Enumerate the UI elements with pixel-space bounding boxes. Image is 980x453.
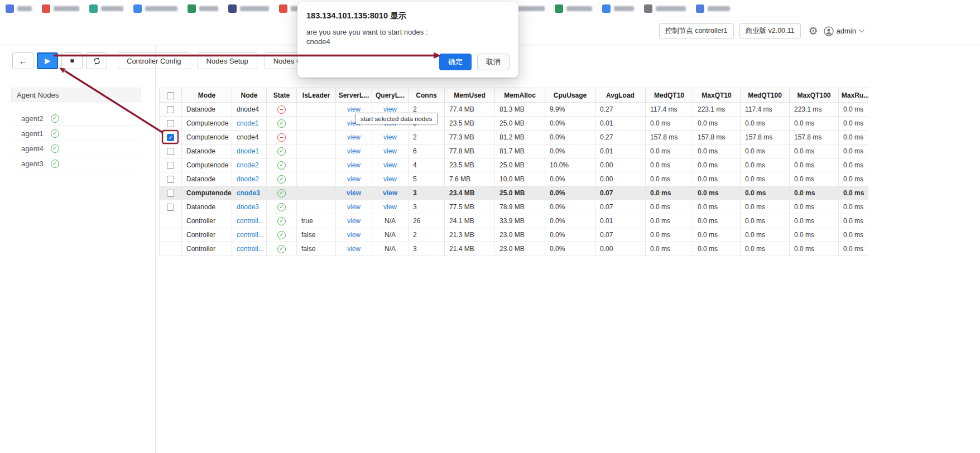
table-row[interactable]: Datanodednode4–viewview277.4 MB81.3 MB9.… (160, 103, 869, 117)
bookmark-item[interactable] (644, 4, 686, 13)
server-log-link[interactable]: view (347, 217, 361, 225)
cell-maxQT10: 0.0 ms (693, 158, 741, 172)
tab-controller-config[interactable]: Controller Config (118, 52, 190, 69)
bookmark-item[interactable] (6, 4, 32, 13)
start-nodes-button[interactable]: ▶ (37, 52, 58, 69)
node-name[interactable]: controll... (237, 217, 264, 225)
row-checkbox[interactable] (167, 204, 174, 211)
node-name[interactable]: cnode2 (237, 161, 258, 169)
query-log-link[interactable]: view (383, 161, 397, 169)
agent-item[interactable]: agent4✓ (11, 141, 141, 156)
node-name[interactable]: cnode3 (237, 189, 260, 197)
bookmark-item[interactable] (133, 4, 177, 13)
state-running-icon: ✓ (277, 217, 286, 225)
node-name[interactable]: dnode2 (237, 175, 259, 183)
table-row[interactable]: Computenodecnode3✓viewview323.4 MB25.0 M… (160, 186, 869, 200)
cell-memUsed: 77.8 MB (445, 144, 495, 158)
cell-state: – (267, 103, 297, 117)
table-row[interactable]: ✓Computenodecnode4–viewview277.3 MB81.2 … (160, 131, 869, 144)
cell-node: controll... (232, 228, 267, 242)
server-log-link[interactable]: view (347, 245, 361, 253)
agent-item[interactable]: agent3✓ (11, 156, 141, 171)
server-log-link[interactable]: view (347, 231, 361, 239)
node-name[interactable]: dnode1 (237, 147, 259, 155)
server-log-link[interactable]: view (347, 161, 361, 169)
bookmark-title-blurred (517, 6, 545, 11)
row-checkbox[interactable] (167, 148, 174, 155)
row-checkbox[interactable] (167, 120, 174, 127)
server-log-link[interactable]: view (347, 133, 361, 141)
agent-item[interactable]: agent1✓ (11, 126, 141, 141)
cell-state: ✓ (267, 228, 297, 242)
cancel-button[interactable]: 取消 (477, 54, 510, 70)
node-name[interactable]: cnode1 (237, 119, 258, 127)
settings-gear-icon[interactable]: ⚙ (809, 25, 818, 37)
col-header-medQT10: MedQT10 (646, 88, 693, 103)
table-row[interactable]: Controllercontroll...✓trueviewN/A2624.1 … (160, 214, 869, 228)
row-checkbox[interactable] (167, 162, 174, 169)
cell-medQT100: 0.0 ms (741, 228, 790, 242)
dialog-message-line2: cnode4 (306, 37, 510, 46)
cell-cpuUsage: 0.0% (545, 200, 595, 214)
query-log-link[interactable]: view (383, 203, 397, 211)
row-checkbox[interactable] (167, 176, 174, 183)
row-checkbox[interactable] (167, 106, 174, 113)
cell-maxQT10: 0.0 ms (693, 117, 741, 131)
table-row[interactable]: Datanodednode1✓viewview677.8 MB81.7 MB0.… (160, 144, 869, 158)
select-all-checkbox[interactable] (167, 92, 174, 99)
cell-serverLog: view (336, 200, 372, 214)
refresh-button[interactable] (86, 52, 107, 69)
query-log-link[interactable]: view (383, 133, 397, 141)
bookmark-item[interactable] (89, 4, 123, 13)
cell-select (160, 200, 182, 214)
server-log-link[interactable]: view (347, 147, 361, 155)
table-row[interactable]: Datanodednode2✓viewview57.6 MB10.0 MB0.0… (160, 172, 869, 186)
node-name[interactable]: dnode3 (237, 203, 259, 211)
controller-node-badge[interactable]: 控制节点 controller1 (659, 23, 734, 38)
query-log-link[interactable]: view (383, 105, 397, 113)
tab-nodes-setup[interactable]: Nodes Setup (198, 52, 257, 69)
server-log-link[interactable]: view (347, 189, 361, 197)
cell-queryLog: view (372, 200, 409, 214)
tooltip: start selected data nodes (356, 113, 438, 124)
state-stopped-icon: – (277, 105, 286, 114)
cell-isLeader: false (297, 242, 336, 256)
cell-conns: 6 (409, 144, 445, 158)
bookmark-item[interactable] (42, 4, 79, 13)
row-checkbox[interactable] (167, 190, 174, 197)
cell-memUsed: 77.3 MB (445, 131, 495, 144)
cell-serverLog: view (336, 172, 372, 186)
cell-memUsed: 24.1 MB (445, 214, 495, 228)
table-row[interactable]: Controllercontroll...✓falseviewN/A221.3 … (160, 228, 869, 242)
dialog-message-line1: are you sure you want to start nodes : (306, 27, 510, 37)
back-button[interactable]: ← (12, 52, 33, 69)
node-name[interactable]: controll... (237, 245, 264, 253)
query-log-link[interactable]: view (383, 147, 397, 155)
node-name[interactable]: controll... (237, 231, 264, 239)
server-log-link[interactable]: view (347, 105, 361, 113)
table-row[interactable]: Computenodecnode1✓viewview323.5 MB25.0 M… (160, 117, 869, 131)
bookmark-item[interactable] (696, 4, 730, 13)
user-menu[interactable]: admin (824, 26, 864, 36)
version-badge[interactable]: 商业版 v2.00.11 (739, 23, 801, 38)
server-log-link[interactable]: view (347, 175, 361, 183)
table-row[interactable]: Controllercontroll...✓falseviewN/A321.4 … (160, 242, 869, 256)
bookmark-item[interactable] (555, 4, 592, 13)
confirm-button[interactable]: 确定 (439, 54, 472, 70)
query-log-link[interactable]: view (383, 175, 397, 183)
cell-select (160, 186, 182, 200)
stop-nodes-button[interactable]: ■ (61, 52, 83, 69)
server-log-link[interactable]: view (347, 203, 361, 211)
agent-item[interactable]: agent2✓ (11, 111, 141, 126)
table-row[interactable]: Datanodednode3✓viewview377.5 MB78.9 MB0.… (160, 200, 869, 214)
bookmark-item[interactable] (188, 4, 218, 13)
bookmark-item[interactable] (602, 4, 634, 13)
query-log-link[interactable]: view (383, 189, 397, 197)
cell-memUsed: 23.5 MB (445, 117, 495, 131)
bookmark-item[interactable] (228, 4, 269, 13)
table-row[interactable]: Computenodecnode2✓viewview423.5 MB25.0 M… (160, 158, 869, 172)
cell-medQT100: 0.0 ms (741, 144, 790, 158)
row-checkbox[interactable]: ✓ (167, 134, 174, 141)
cell-maxQT10: 0.0 ms (693, 144, 741, 158)
cell-select: ✓ (160, 131, 182, 144)
